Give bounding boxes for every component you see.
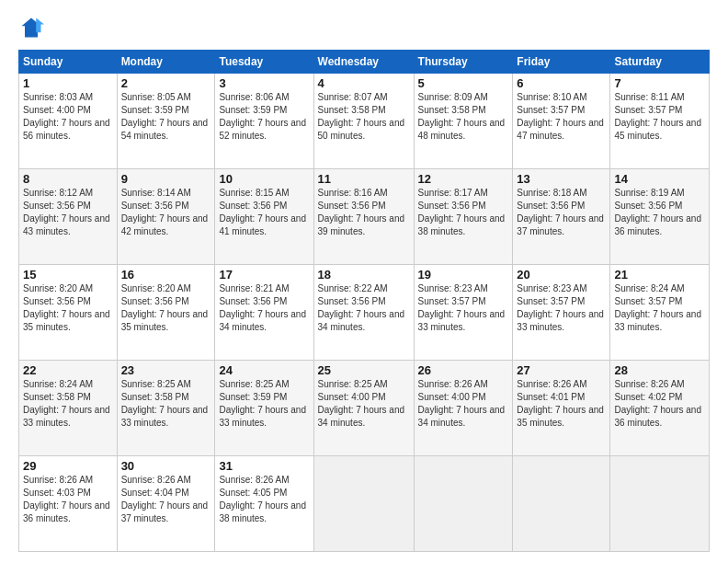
day-number: 24: [219, 363, 309, 377]
weekday-monday: Monday: [117, 51, 215, 74]
day-info: Sunrise: 8:10 AM Sunset: 3:57 PM Dayligh…: [517, 91, 606, 143]
svg-marker-1: [36, 18, 44, 33]
day-cell: 10 Sunrise: 8:15 AM Sunset: 3:56 PM Dayl…: [215, 169, 313, 265]
day-number: 31: [219, 459, 309, 473]
day-number: 22: [23, 363, 113, 377]
weekday-wednesday: Wednesday: [313, 51, 414, 74]
day-info: Sunrise: 8:26 AM Sunset: 4:03 PM Dayligh…: [23, 474, 113, 525]
day-cell: 20 Sunrise: 8:23 AM Sunset: 3:57 PM Dayl…: [513, 265, 610, 361]
day-info: Sunrise: 8:22 AM Sunset: 3:56 PM Dayligh…: [318, 282, 410, 334]
day-cell: 11 Sunrise: 8:16 AM Sunset: 3:56 PM Dayl…: [313, 169, 414, 265]
day-number: 18: [318, 268, 410, 282]
day-cell: [610, 456, 710, 552]
day-info: Sunrise: 8:20 AM Sunset: 3:56 PM Dayligh…: [121, 282, 211, 334]
day-number: 28: [614, 363, 705, 377]
day-info: Sunrise: 8:23 AM Sunset: 3:57 PM Dayligh…: [517, 282, 606, 334]
day-number: 5: [418, 76, 509, 90]
day-number: 25: [318, 363, 410, 377]
day-info: Sunrise: 8:25 AM Sunset: 4:00 PM Dayligh…: [318, 378, 410, 430]
calendar-body: 1 Sunrise: 8:03 AM Sunset: 4:00 PM Dayli…: [19, 74, 710, 552]
day-number: 10: [219, 172, 309, 186]
day-cell: 8 Sunrise: 8:12 AM Sunset: 3:56 PM Dayli…: [19, 169, 118, 265]
day-cell: [414, 456, 513, 552]
day-cell: 24 Sunrise: 8:25 AM Sunset: 3:59 PM Dayl…: [215, 361, 313, 456]
logo: [18, 15, 48, 40]
day-cell: 4 Sunrise: 8:07 AM Sunset: 3:58 PM Dayli…: [313, 74, 414, 169]
day-cell: 1 Sunrise: 8:03 AM Sunset: 4:00 PM Dayli…: [19, 74, 118, 169]
day-info: Sunrise: 8:18 AM Sunset: 3:56 PM Dayligh…: [517, 187, 606, 238]
day-cell: 28 Sunrise: 8:26 AM Sunset: 4:02 PM Dayl…: [610, 361, 710, 456]
day-cell: 14 Sunrise: 8:19 AM Sunset: 3:56 PM Dayl…: [610, 169, 710, 265]
day-info: Sunrise: 8:17 AM Sunset: 3:56 PM Dayligh…: [418, 187, 509, 238]
day-cell: 3 Sunrise: 8:06 AM Sunset: 3:59 PM Dayli…: [215, 74, 313, 169]
day-cell: [513, 456, 610, 552]
day-info: Sunrise: 8:24 AM Sunset: 3:58 PM Dayligh…: [23, 378, 113, 430]
day-number: 29: [23, 459, 113, 473]
day-number: 26: [418, 363, 509, 377]
day-cell: 2 Sunrise: 8:05 AM Sunset: 3:59 PM Dayli…: [117, 74, 215, 169]
calendar-table: SundayMondayTuesdayWednesdayThursdayFrid…: [18, 50, 710, 552]
day-number: 23: [121, 363, 211, 377]
day-info: Sunrise: 8:06 AM Sunset: 3:59 PM Dayligh…: [219, 91, 309, 143]
weekday-header-row: SundayMondayTuesdayWednesdayThursdayFrid…: [19, 51, 710, 74]
day-number: 12: [418, 172, 509, 186]
day-info: Sunrise: 8:23 AM Sunset: 3:57 PM Dayligh…: [418, 282, 509, 334]
day-info: Sunrise: 8:20 AM Sunset: 3:56 PM Dayligh…: [23, 282, 113, 334]
week-row-2: 8 Sunrise: 8:12 AM Sunset: 3:56 PM Dayli…: [19, 169, 710, 265]
day-info: Sunrise: 8:03 AM Sunset: 4:00 PM Dayligh…: [23, 91, 113, 143]
day-cell: 27 Sunrise: 8:26 AM Sunset: 4:01 PM Dayl…: [513, 361, 610, 456]
day-info: Sunrise: 8:25 AM Sunset: 3:59 PM Dayligh…: [219, 378, 309, 430]
day-info: Sunrise: 8:12 AM Sunset: 3:56 PM Dayligh…: [23, 187, 113, 238]
day-cell: 19 Sunrise: 8:23 AM Sunset: 3:57 PM Dayl…: [414, 265, 513, 361]
day-cell: 7 Sunrise: 8:11 AM Sunset: 3:57 PM Dayli…: [610, 74, 710, 169]
day-info: Sunrise: 8:26 AM Sunset: 4:04 PM Dayligh…: [121, 474, 211, 525]
day-info: Sunrise: 8:21 AM Sunset: 3:56 PM Dayligh…: [219, 282, 309, 334]
day-cell: 15 Sunrise: 8:20 AM Sunset: 3:56 PM Dayl…: [19, 265, 118, 361]
day-info: Sunrise: 8:19 AM Sunset: 3:56 PM Dayligh…: [614, 187, 705, 238]
weekday-saturday: Saturday: [610, 51, 710, 74]
day-number: 11: [318, 172, 410, 186]
day-number: 9: [121, 172, 211, 186]
day-cell: [313, 456, 414, 552]
day-info: Sunrise: 8:26 AM Sunset: 4:05 PM Dayligh…: [219, 474, 309, 525]
day-info: Sunrise: 8:11 AM Sunset: 3:57 PM Dayligh…: [614, 91, 705, 143]
day-info: Sunrise: 8:14 AM Sunset: 3:56 PM Dayligh…: [121, 187, 211, 238]
weekday-friday: Friday: [513, 51, 610, 74]
day-number: 15: [23, 268, 113, 282]
day-number: 19: [418, 268, 509, 282]
day-number: 1: [23, 76, 113, 90]
day-number: 27: [517, 363, 606, 377]
day-number: 17: [219, 268, 309, 282]
day-cell: 17 Sunrise: 8:21 AM Sunset: 3:56 PM Dayl…: [215, 265, 313, 361]
day-cell: 26 Sunrise: 8:26 AM Sunset: 4:00 PM Dayl…: [414, 361, 513, 456]
day-number: 7: [614, 76, 705, 90]
day-cell: 22 Sunrise: 8:24 AM Sunset: 3:58 PM Dayl…: [19, 361, 118, 456]
day-number: 14: [614, 172, 705, 186]
day-cell: 6 Sunrise: 8:10 AM Sunset: 3:57 PM Dayli…: [513, 74, 610, 169]
day-number: 6: [517, 76, 606, 90]
day-info: Sunrise: 8:26 AM Sunset: 4:00 PM Dayligh…: [418, 378, 509, 430]
day-number: 21: [614, 268, 705, 282]
day-cell: 21 Sunrise: 8:24 AM Sunset: 3:57 PM Dayl…: [610, 265, 710, 361]
week-row-3: 15 Sunrise: 8:20 AM Sunset: 3:56 PM Dayl…: [19, 265, 710, 361]
day-info: Sunrise: 8:16 AM Sunset: 3:56 PM Dayligh…: [318, 187, 410, 238]
day-number: 4: [318, 76, 410, 90]
day-cell: 31 Sunrise: 8:26 AM Sunset: 4:05 PM Dayl…: [215, 456, 313, 552]
day-cell: 12 Sunrise: 8:17 AM Sunset: 3:56 PM Dayl…: [414, 169, 513, 265]
weekday-thursday: Thursday: [414, 51, 513, 74]
day-cell: 9 Sunrise: 8:14 AM Sunset: 3:56 PM Dayli…: [117, 169, 215, 265]
header: [18, 15, 710, 40]
day-cell: 5 Sunrise: 8:09 AM Sunset: 3:58 PM Dayli…: [414, 74, 513, 169]
day-info: Sunrise: 8:15 AM Sunset: 3:56 PM Dayligh…: [219, 187, 309, 238]
day-info: Sunrise: 8:05 AM Sunset: 3:59 PM Dayligh…: [121, 91, 211, 143]
day-cell: 23 Sunrise: 8:25 AM Sunset: 3:58 PM Dayl…: [117, 361, 215, 456]
day-number: 13: [517, 172, 606, 186]
day-cell: 13 Sunrise: 8:18 AM Sunset: 3:56 PM Dayl…: [513, 169, 610, 265]
logo-icon: [18, 15, 44, 40]
day-number: 3: [219, 76, 309, 90]
week-row-1: 1 Sunrise: 8:03 AM Sunset: 4:00 PM Dayli…: [19, 74, 710, 169]
weekday-tuesday: Tuesday: [215, 51, 313, 74]
day-cell: 25 Sunrise: 8:25 AM Sunset: 4:00 PM Dayl…: [313, 361, 414, 456]
day-cell: 29 Sunrise: 8:26 AM Sunset: 4:03 PM Dayl…: [19, 456, 118, 552]
day-number: 16: [121, 268, 211, 282]
